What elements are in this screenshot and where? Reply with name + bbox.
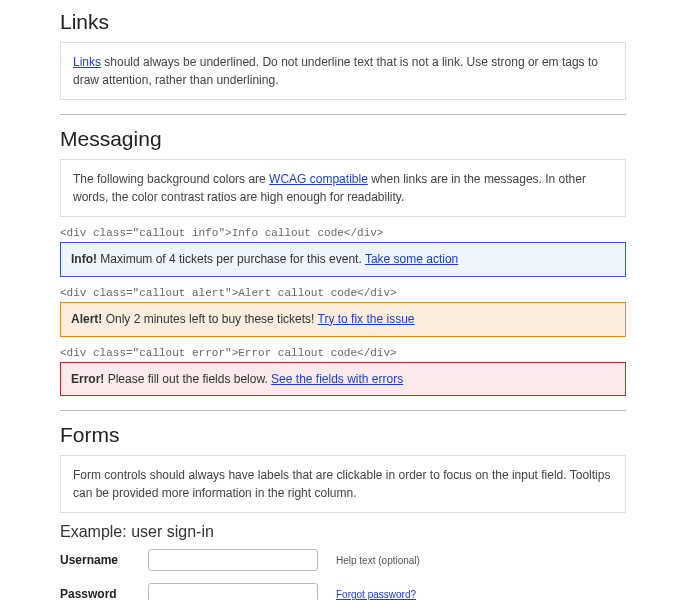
password-input[interactable]	[148, 583, 318, 600]
error-lead: Error!	[71, 372, 104, 386]
links-heading: Links	[60, 10, 626, 34]
wcag-link[interactable]: WCAG compatible	[269, 172, 368, 186]
alert-action-link[interactable]: Try to fix the issue	[318, 312, 415, 326]
username-input[interactable]	[148, 549, 318, 571]
messaging-description-box: The following background colors are WCAG…	[60, 159, 626, 217]
links-desc-text: should always be underlined. Do not unde…	[73, 55, 598, 87]
info-code-label: <div class="callout info">Info callout c…	[60, 227, 626, 239]
alert-text: Only 2 minutes left to buy these tickets…	[102, 312, 317, 326]
alert-callout: Alert! Only 2 minutes left to buy these …	[60, 302, 626, 337]
password-label[interactable]: Password	[60, 587, 148, 600]
error-action-link[interactable]: See the fields with errors	[271, 372, 403, 386]
info-action-link[interactable]: Take some action	[365, 252, 458, 266]
section-divider	[60, 114, 626, 115]
section-divider	[60, 410, 626, 411]
error-code-label: <div class="callout error">Error callout…	[60, 347, 626, 359]
username-row: Username Help text (optional)	[60, 549, 626, 571]
forms-description-box: Form controls should always have labels …	[60, 455, 626, 513]
error-text: Please fill out the fields below.	[104, 372, 271, 386]
example-subheading: Example: user sign-in	[60, 523, 626, 541]
info-lead: Info!	[71, 252, 97, 266]
alert-lead: Alert!	[71, 312, 102, 326]
password-row: Password Forgot password?	[60, 583, 626, 600]
forgot-password-link[interactable]: Forgot password?	[336, 589, 416, 600]
messaging-desc-pre: The following background colors are	[73, 172, 269, 186]
username-label[interactable]: Username	[60, 553, 148, 567]
info-callout: Info! Maximum of 4 tickets per purchase …	[60, 242, 626, 277]
alert-code-label: <div class="callout alert">Alert callout…	[60, 287, 626, 299]
links-inline-link[interactable]: Links	[73, 55, 101, 69]
forms-heading: Forms	[60, 423, 626, 447]
username-help-text: Help text (optional)	[336, 555, 420, 566]
links-description-box: Links should always be underlined. Do no…	[60, 42, 626, 100]
info-text: Maximum of 4 tickets per purchase for th…	[97, 252, 365, 266]
messaging-heading: Messaging	[60, 127, 626, 151]
error-callout: Error! Please fill out the fields below.…	[60, 362, 626, 397]
